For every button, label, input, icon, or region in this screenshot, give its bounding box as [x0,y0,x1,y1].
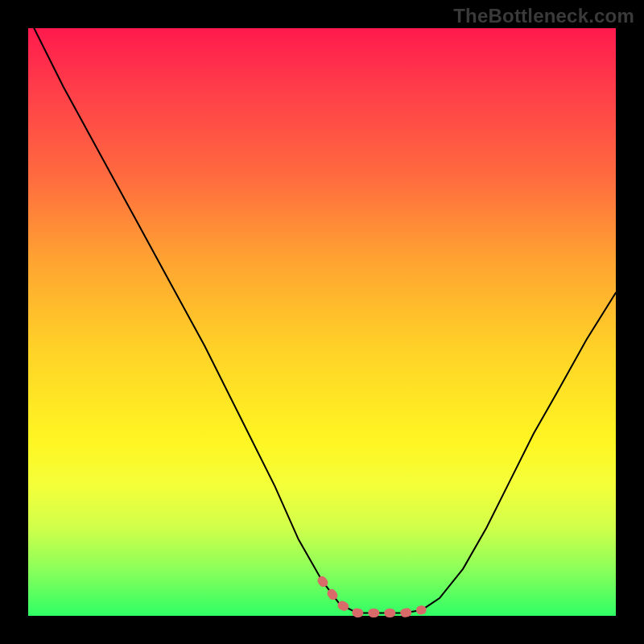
flat-bottom-highlight [322,580,422,613]
watermark-text: TheBottleneck.com [453,5,634,27]
chart-frame: TheBottleneck.com [0,0,644,644]
curve-svg [28,28,616,616]
plot-area [28,28,616,616]
bottleneck-curve [34,28,616,613]
